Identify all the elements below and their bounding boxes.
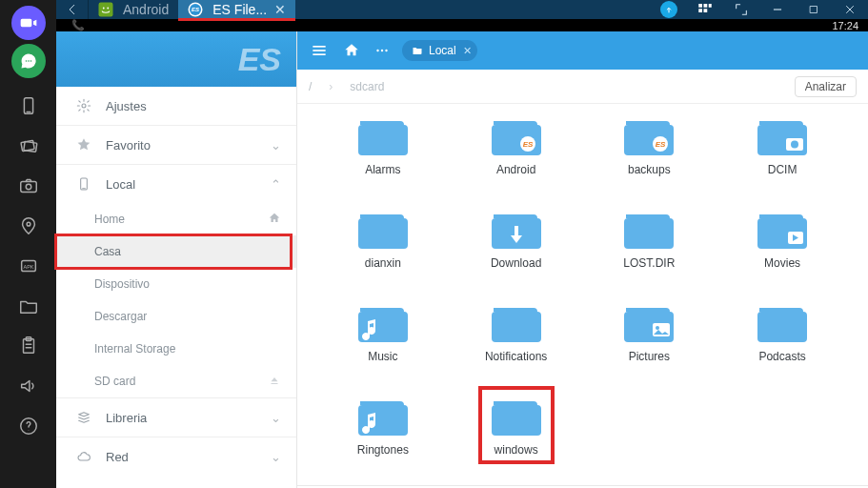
emulator-rail: APK	[0, 0, 56, 488]
home-icon	[268, 212, 281, 228]
folder-item-lost-dir[interactable]: LOST.DIR	[587, 209, 713, 295]
svg-rect-42	[358, 125, 408, 155]
folder-label: Ringtones	[357, 443, 409, 457]
rail-folder-icon[interactable]	[6, 286, 51, 326]
svg-text:ES: ES	[656, 140, 666, 149]
titlebar-close-button[interactable]	[832, 0, 868, 19]
svg-point-19	[103, 8, 105, 10]
path-segment-sdcard[interactable]: sdcard	[350, 80, 384, 93]
svg-point-17	[28, 430, 29, 431]
folder-item-ringtones[interactable]: Ringtones	[320, 396, 446, 481]
rail-clipboard-icon[interactable]	[6, 326, 51, 366]
folder-label: Android	[496, 163, 535, 176]
folder-item-movies[interactable]: Movies	[719, 209, 845, 295]
folder-item-pictures[interactable]: Pictures	[587, 302, 713, 388]
svg-point-1	[28, 60, 30, 62]
rail-camera-button[interactable]	[11, 6, 46, 40]
sidebar-section-libreria[interactable]: Libreria ⌄	[56, 398, 296, 437]
folder-item-backups[interactable]: ESbackups	[587, 115, 713, 201]
sidebar-item-internal-storage[interactable]: Internal Storage	[56, 333, 296, 365]
rail-phone-icon[interactable]	[6, 86, 51, 126]
rail-apk-icon[interactable]: APK	[6, 246, 51, 286]
svg-rect-7	[20, 181, 36, 192]
chevron-down-icon: ⌄	[271, 450, 281, 464]
titlebar-keyboard-button[interactable]	[687, 0, 723, 19]
sidebar-item-sdcard[interactable]: SD card	[56, 365, 296, 397]
svg-point-9	[27, 222, 30, 226]
folder-icon	[356, 396, 410, 437]
folder-icon: ES	[490, 115, 543, 157]
tab-android[interactable]: Android	[89, 0, 178, 19]
sidebar-hero: ES	[56, 31, 296, 87]
sidebar-section-red[interactable]: Red ⌄	[56, 437, 296, 476]
titlebar-minimize-button[interactable]	[759, 0, 796, 19]
folder-item-alarms[interactable]: Alarms	[320, 115, 446, 201]
eject-icon	[268, 374, 281, 390]
rail-chat-button[interactable]	[11, 44, 46, 78]
chip-close-button[interactable]: ✕	[463, 45, 472, 57]
folder-item-dianxin[interactable]: dianxin	[320, 209, 446, 295]
topstrip-dots-icon[interactable]	[372, 40, 393, 61]
sidebar-ajustes-label: Ajustes	[106, 99, 147, 113]
svg-point-61	[656, 326, 659, 330]
titlebar-fullscreen-button[interactable]	[723, 0, 759, 19]
rail-camera-icon[interactable]	[6, 166, 51, 206]
folder-item-download[interactable]: Download	[454, 209, 579, 295]
svg-rect-18	[99, 3, 113, 17]
titlebar-back-button[interactable]	[56, 0, 89, 19]
tab-close-button[interactable]: ✕	[274, 2, 286, 17]
svg-rect-58	[492, 312, 541, 342]
star-icon	[73, 137, 94, 152]
svg-rect-54	[624, 218, 674, 249]
rail-location-icon[interactable]	[6, 206, 51, 246]
sidebar-section-favorito[interactable]: Favorito ⌄	[56, 126, 296, 164]
sidebar-item-descargar[interactable]: Descargar	[56, 300, 296, 333]
svg-rect-64	[492, 405, 541, 436]
folder-label: DCIM	[768, 163, 797, 176]
svg-point-8	[26, 184, 31, 190]
folder-item-notifications[interactable]: Notifications	[454, 302, 579, 388]
rail-cards-icon[interactable]	[6, 126, 51, 166]
titlebar-sync-button[interactable]	[651, 0, 687, 19]
sidebar-item-casa[interactable]: Casa	[56, 235, 296, 268]
titlebar-maximize-button[interactable]	[796, 0, 832, 19]
folder-icon	[412, 45, 423, 56]
folder-icon	[622, 302, 676, 344]
path-root[interactable]: /	[309, 80, 312, 93]
chevron-down-icon: ⌄	[271, 138, 281, 152]
folder-item-dcim[interactable]: DCIM	[719, 115, 845, 201]
gear-icon	[73, 98, 94, 113]
svg-rect-28	[704, 9, 708, 12]
tab-es-file[interactable]: ES ES File... ✕	[178, 0, 295, 19]
chevron-up-icon: ⌃	[271, 177, 281, 192]
topstrip-home-icon[interactable]	[341, 40, 362, 61]
sidebar-section-local[interactable]: Local ⌃	[56, 165, 296, 203]
hamburger-menu-button[interactable]	[307, 38, 332, 63]
cloud-icon	[73, 449, 94, 464]
folder-icon	[356, 209, 410, 251]
sidebar-dispositivo-label: Dispositivo	[94, 277, 150, 291]
folder-item-music[interactable]: Music	[320, 302, 446, 388]
sidebar-item-dispositivo[interactable]: Dispositivo	[56, 268, 296, 300]
folder-icon	[490, 302, 543, 344]
rail-volume-icon[interactable]	[6, 366, 51, 406]
folder-grid: AlarmsESAndroidESbackupsDCIMdianxinDownl…	[297, 104, 868, 485]
sidebar-home-label: Home	[94, 213, 125, 226]
folder-item-podcasts[interactable]: Podcasts	[719, 302, 845, 388]
location-chip-local[interactable]: Local ✕	[402, 40, 477, 61]
sidebar-casa-label: Casa	[94, 245, 121, 258]
svg-point-33	[82, 104, 86, 108]
svg-point-39	[376, 50, 378, 51]
sidebar-descargar-label: Descargar	[94, 310, 147, 323]
svg-point-41	[385, 50, 387, 51]
sidebar-item-home[interactable]: Home	[56, 203, 296, 235]
rail-help-icon[interactable]	[6, 406, 51, 446]
svg-point-2	[30, 60, 31, 62]
folder-item-android[interactable]: ESAndroid	[454, 115, 579, 201]
folder-label: Pictures	[629, 350, 670, 363]
folder-label: Notifications	[485, 350, 547, 363]
analizar-button[interactable]: Analizar	[795, 76, 857, 97]
sidebar-section-ajustes[interactable]: Ajustes	[56, 87, 296, 125]
folder-item-windows[interactable]: windows	[454, 396, 579, 481]
folder-label: Podcasts	[758, 350, 805, 363]
